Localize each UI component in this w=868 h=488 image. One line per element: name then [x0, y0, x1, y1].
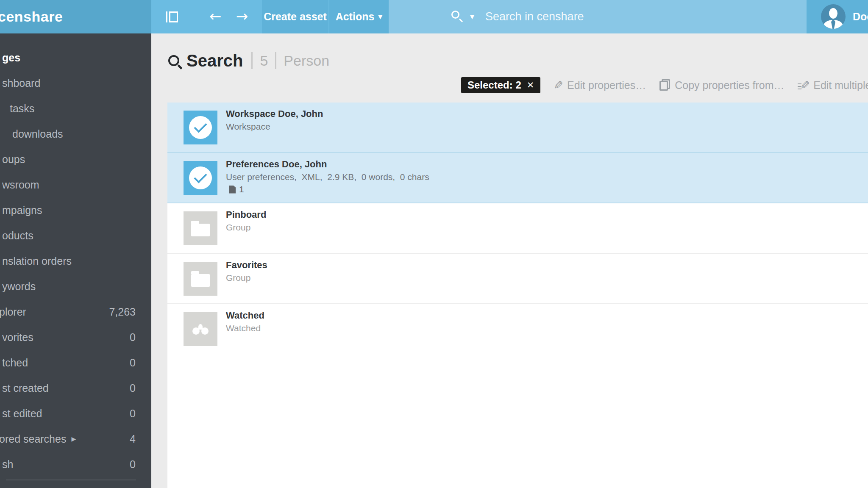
- sidebar-item[interactable]: ored searches ▶ 4: [0, 426, 151, 452]
- topbar: censhare ← → Create asset Actions ▼ ▼ Do…: [0, 0, 868, 33]
- selection-badge: Selected: 2 ✕: [461, 77, 540, 93]
- result-subtitle: Group: [226, 222, 266, 233]
- sidebar-item[interactable]: nslation orders ▶: [0, 248, 151, 274]
- result-row[interactable]: Favorites Group: [167, 254, 868, 304]
- sidebar-item[interactable]: oups ▶: [0, 147, 151, 172]
- page-title: Search: [186, 51, 243, 70]
- asset-thumbnail[interactable]: [184, 111, 217, 144]
- search-scope-chevron-icon[interactable]: ▼: [470, 0, 474, 33]
- result-subtitle: User preferences, XML, 2.9 KB, 0 words, …: [226, 171, 429, 183]
- user-avatar-icon: [821, 4, 846, 29]
- sidebar-item-count: 0: [130, 382, 136, 394]
- selection-toolbar: Selected: 2 ✕ ✎ Edit properties… Copy pr…: [461, 77, 868, 93]
- sidebar-item-count: 0: [130, 408, 136, 420]
- result-title: Favorites: [226, 259, 267, 271]
- sidebar-item-label: vorites: [2, 331, 33, 344]
- search-header-icon: [168, 55, 179, 66]
- create-asset-button[interactable]: Create asset: [262, 0, 328, 33]
- edit-properties-button[interactable]: ✎ Edit properties…: [554, 79, 646, 92]
- sidebar-item-label: downloads: [12, 128, 63, 140]
- sidebar-item-label: oducts: [2, 230, 33, 242]
- sidebar-item-label: st created: [2, 382, 49, 394]
- result-title: Pinboard: [226, 209, 266, 221]
- result-row-text: Favorites Group: [226, 254, 267, 303]
- sidebar-item[interactable]: vorites ▶ 0: [0, 324, 151, 350]
- result-subtitle: Group: [226, 272, 267, 283]
- sidebar: ges ▶ shboard ▶ tasks ▶ downloads ▶ oups…: [0, 33, 151, 488]
- selected-check-icon: [189, 116, 212, 139]
- result-title: Preferences Doe, John: [226, 158, 429, 170]
- results-list: Workspace Doe, John Workspace Preference…: [167, 103, 868, 488]
- sidebar-item[interactable]: st edited ▶ 0: [0, 401, 151, 426]
- toggle-sidebar-icon[interactable]: [169, 11, 178, 22]
- sidebar-item-label: mpaigns: [2, 204, 42, 216]
- user-name-label: Doe: [853, 0, 868, 33]
- actions-button[interactable]: Actions ▼: [329, 0, 389, 33]
- folder-icon: [191, 224, 210, 236]
- censhare-logo[interactable]: censhare: [0, 0, 151, 33]
- sidebar-item-count: 4: [130, 433, 136, 445]
- header-separator: [275, 52, 276, 69]
- sidebar-item[interactable]: st created ▶ 0: [0, 375, 151, 401]
- actions-label: Actions: [336, 11, 375, 23]
- copy-properties-button[interactable]: Copy properties from…: [659, 79, 784, 92]
- result-subtitle: Workspace: [226, 121, 323, 132]
- sidebar-item-count: 0: [130, 357, 136, 369]
- action-label: Edit properties…: [567, 79, 646, 92]
- asset-thumbnail[interactable]: [184, 262, 217, 296]
- sidebar-item[interactable]: tasks ▶: [0, 96, 151, 121]
- selected-check-icon: [189, 166, 212, 189]
- binoculars-icon: [192, 324, 209, 335]
- main-content: Search 5 Person Selected: 2 ✕ ✎ Edit pro…: [151, 33, 868, 488]
- sidebar-item[interactable]: downloads ▶: [0, 121, 151, 147]
- logo-text: censhare: [0, 0, 151, 33]
- result-row-text: Pinboard Group: [226, 203, 266, 253]
- back-arrow-icon[interactable]: ←: [206, 0, 225, 32]
- sidebar-item[interactable]: wsroom ▶: [0, 172, 151, 197]
- result-count: 5: [260, 53, 268, 69]
- tie-shape: [831, 19, 835, 29]
- asset-thumbnail[interactable]: [184, 211, 217, 245]
- sidebar-item-label: oups: [2, 153, 25, 166]
- folder-icon: [191, 274, 210, 287]
- sidebar-item-label: ored searches: [0, 433, 66, 445]
- header-separator: [251, 52, 253, 69]
- action-label: Copy properties from…: [675, 79, 784, 92]
- result-title: Workspace Doe, John: [226, 108, 323, 120]
- sidebar-item[interactable]: ywords ▶: [0, 274, 151, 299]
- sidebar-item[interactable]: sh ▶ 0: [0, 452, 151, 477]
- sidebar-item[interactable]: ges ▶: [0, 45, 151, 70]
- user-menu[interactable]: Doe: [807, 0, 868, 33]
- sidebar-item[interactable]: tched ▶ 0: [0, 350, 151, 375]
- search-icon[interactable]: [451, 11, 459, 19]
- sidebar-item-label: nslation orders: [2, 255, 72, 267]
- sidebar-item[interactable]: plorer ▶ 7,263: [0, 299, 151, 324]
- sidebar-item-label: st edited: [2, 408, 42, 420]
- result-row[interactable]: Preferences Doe, John User preferences, …: [167, 153, 868, 203]
- result-type-label: Person: [284, 53, 329, 69]
- page-header: Search 5 Person: [168, 50, 329, 72]
- result-meta: 1: [226, 184, 429, 194]
- sidebar-item[interactable]: shboard ▶: [0, 70, 151, 96]
- asset-thumbnail[interactable]: [184, 161, 217, 195]
- close-icon[interactable]: ✕: [527, 80, 534, 90]
- sidebar-item-label: tched: [2, 357, 28, 369]
- sidebar-item-count: 0: [130, 458, 136, 471]
- result-subtitle: Watched: [226, 322, 264, 334]
- result-row[interactable]: Workspace Doe, John Workspace: [167, 103, 868, 153]
- sidebar-item-label: ges: [2, 52, 20, 64]
- forward-arrow-icon[interactable]: →: [233, 0, 251, 32]
- sidebar-divider: [6, 480, 136, 480]
- sidebar-item[interactable]: oducts ▶: [0, 223, 151, 248]
- edit-multiple-assets-button[interactable]: ✎ Edit multiple asse: [798, 79, 868, 92]
- result-row[interactable]: Pinboard Group: [167, 203, 868, 254]
- sidebar-item[interactable]: mpaigns ▶: [0, 197, 151, 223]
- chevron-down-icon: ▼: [378, 14, 382, 20]
- result-row-text: Preferences Doe, John User preferences, …: [226, 153, 429, 202]
- sidebar-item-label: tasks: [10, 103, 34, 115]
- sidebar-item-label: shboard: [2, 77, 40, 89]
- pencil-icon: ✎: [800, 79, 810, 92]
- asset-thumbnail[interactable]: [184, 312, 217, 346]
- result-row[interactable]: Watched Watched: [167, 304, 868, 355]
- search-input[interactable]: [485, 0, 782, 33]
